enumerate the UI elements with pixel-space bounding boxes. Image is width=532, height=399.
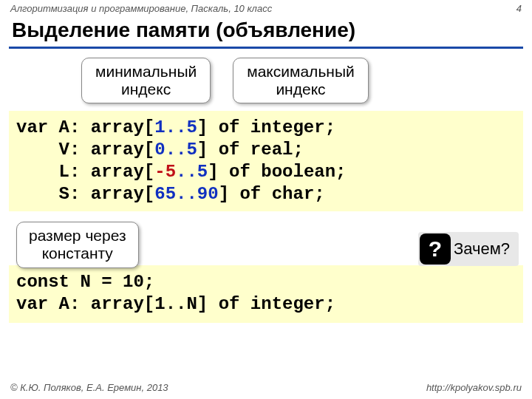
question-callout: ? Зачем? — [418, 232, 519, 266]
code-text: const N = 10; — [16, 272, 154, 292]
slide-title: Выделение памяти (объявление) — [0, 16, 532, 47]
const-row: размер через константу ? Зачем? — [9, 222, 523, 267]
max-index-label: максимальный индекс — [233, 58, 369, 103]
slide-footer: © К.Ю. Поляков, Е.А. Еремин, 2013 http:/… — [0, 382, 532, 393]
min-index-label: минимальный индекс — [81, 58, 211, 103]
course-label: Алгоритмизация и программирование, Паска… — [10, 3, 272, 14]
via-const-label: размер через константу — [16, 222, 139, 267]
code-range: 65..90 — [154, 184, 218, 204]
question-mark-icon: ? — [420, 233, 451, 265]
code-text: V: array[ — [16, 140, 154, 160]
code-text: var A: array[ — [16, 117, 154, 137]
code-text: ] of real; — [197, 140, 304, 160]
code-range: 0..5 — [154, 140, 197, 160]
code-text: var A: array[ — [16, 294, 154, 314]
code-range: 1..5 — [154, 117, 197, 137]
index-labels-row: минимальный индекс максимальный индекс — [0, 58, 532, 103]
code-range: ..5 — [176, 162, 208, 182]
code-range: 1..N — [154, 294, 197, 314]
code-text: S: array[ — [16, 184, 154, 204]
page-number: 4 — [516, 3, 522, 14]
code-block-const: const N = 10; var A: array[1..N] of inte… — [9, 265, 523, 323]
code-text: ] of integer; — [197, 117, 335, 137]
code-block-arrays: var A: array[1..5] of integer; V: array[… — [9, 111, 523, 211]
question-text: Зачем? — [451, 239, 513, 259]
footer-url: http://kpolyakov.spb.ru — [426, 382, 522, 393]
copyright: © К.Ю. Поляков, Е.А. Еремин, 2013 — [10, 382, 168, 393]
code-neg: -5 — [154, 162, 176, 182]
code-text: ] of integer; — [197, 294, 335, 314]
code-text: ] of char; — [219, 184, 325, 204]
code-text: ] of boolean; — [208, 162, 346, 182]
slide-header: Алгоритмизация и программирование, Паска… — [0, 0, 532, 16]
title-underline — [9, 47, 523, 49]
code-text: L: array[ — [16, 162, 154, 182]
